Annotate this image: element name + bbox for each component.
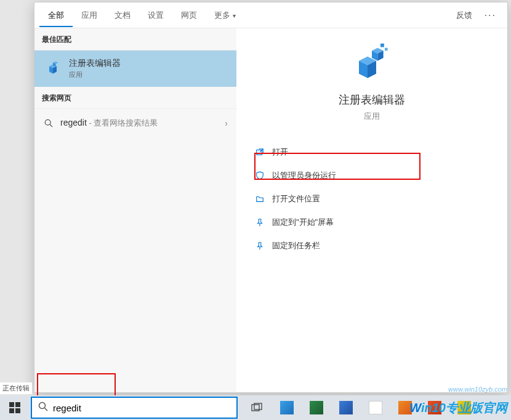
results-column: 最佳匹配 注册表编辑器 应用 [34, 28, 236, 392]
tab-docs[interactable]: 文档 [106, 3, 139, 27]
action-open-label: 打开 [272, 147, 288, 158]
search-icon [43, 119, 54, 127]
task-view-button[interactable] [244, 395, 271, 420]
taskbar-app-4[interactable] [362, 395, 389, 420]
action-open[interactable]: 打开 [243, 140, 501, 164]
detail-column: 注册表编辑器 应用 打开 以管理员身份运行 [236, 28, 507, 392]
search-icon [38, 402, 48, 414]
registry-icon [43, 59, 63, 79]
action-pin-start[interactable]: 固定到"开始"屏幕 [243, 211, 501, 234]
tab-web[interactable]: 网页 [172, 3, 206, 27]
chevron-right-icon: › [225, 118, 228, 128]
tab-all[interactable]: 全部 [39, 3, 73, 27]
taskbar-app-1[interactable] [273, 395, 300, 420]
folder-icon [255, 194, 265, 204]
detail-title: 注册表编辑器 [339, 92, 405, 107]
shield-icon [255, 171, 265, 180]
action-pin-taskbar-label: 固定到任务栏 [272, 240, 320, 251]
panel-body: 最佳匹配 注册表编辑器 应用 [34, 28, 507, 392]
feedback-link[interactable]: 反馈 [450, 10, 478, 21]
action-open-location-label: 打开文件位置 [272, 193, 320, 204]
chevron-down-icon: ▾ [233, 12, 236, 19]
svg-point-20 [39, 403, 46, 409]
watermark-brand: Win10专业版官网 [409, 400, 507, 416]
svg-rect-14 [385, 48, 388, 51]
web-query: regedit [60, 118, 87, 127]
svg-rect-17 [15, 402, 20, 407]
action-run-admin-label: 以管理员身份运行 [272, 170, 336, 181]
svg-rect-18 [9, 408, 14, 413]
actions-list: 打开 以管理员身份运行 打开文件位置 [236, 140, 507, 257]
tab-settings[interactable]: 设置 [139, 3, 172, 27]
pin-icon [255, 241, 265, 251]
action-run-as-admin[interactable]: 以管理员身份运行 [243, 164, 501, 187]
tab-apps[interactable]: 应用 [73, 3, 106, 27]
status-bar-text: 正在传辑 [0, 382, 32, 394]
open-icon [255, 147, 265, 157]
svg-line-6 [50, 124, 52, 127]
web-search-item[interactable]: regedit - 查看网络搜索结果 › [34, 109, 236, 137]
section-search-web: 搜索网页 [34, 87, 236, 109]
start-button[interactable] [0, 395, 30, 420]
action-pin-taskbar[interactable]: 固定到任务栏 [243, 234, 501, 257]
start-search-panel: 全部 应用 文档 设置 网页 更多 ▾ 反馈 ··· 最佳匹配 [34, 2, 508, 393]
taskbar-app-2[interactable] [303, 395, 330, 420]
detail-subtitle: 应用 [364, 111, 380, 122]
watermark-rest: in10专业版官网 [421, 401, 507, 414]
result-text: 注册表编辑器 应用 [69, 58, 121, 79]
svg-line-21 [45, 408, 48, 411]
watermark-url: www.win10zyb.com [448, 386, 507, 393]
tab-more-label: 更多 [214, 10, 230, 21]
more-menu-button[interactable]: ··· [478, 10, 502, 21]
taskbar-search-input[interactable] [53, 403, 230, 413]
watermark-w: W [409, 401, 421, 414]
web-search-text: regedit - 查看网络搜索结果 [60, 118, 225, 129]
taskbar-app-3[interactable] [332, 395, 360, 420]
result-subtitle: 应用 [69, 70, 121, 79]
action-pin-start-label: 固定到"开始"屏幕 [272, 217, 334, 228]
result-registry-editor[interactable]: 注册表编辑器 应用 [34, 50, 236, 87]
detail-registry-icon [350, 41, 393, 84]
result-title: 注册表编辑器 [69, 58, 121, 69]
action-open-location[interactable]: 打开文件位置 [243, 187, 501, 211]
tab-more[interactable]: 更多 ▾ [206, 3, 244, 27]
taskbar-search-box[interactable] [31, 397, 238, 419]
tabs-bar: 全部 应用 文档 设置 网页 更多 ▾ 反馈 ··· [34, 2, 507, 28]
pin-icon [255, 217, 265, 227]
svg-point-5 [45, 119, 50, 125]
svg-rect-13 [380, 44, 384, 47]
web-hint: - 查看网络搜索结果 [87, 118, 158, 127]
section-best-match: 最佳匹配 [34, 28, 236, 50]
svg-rect-16 [9, 402, 14, 407]
svg-rect-19 [15, 408, 20, 413]
